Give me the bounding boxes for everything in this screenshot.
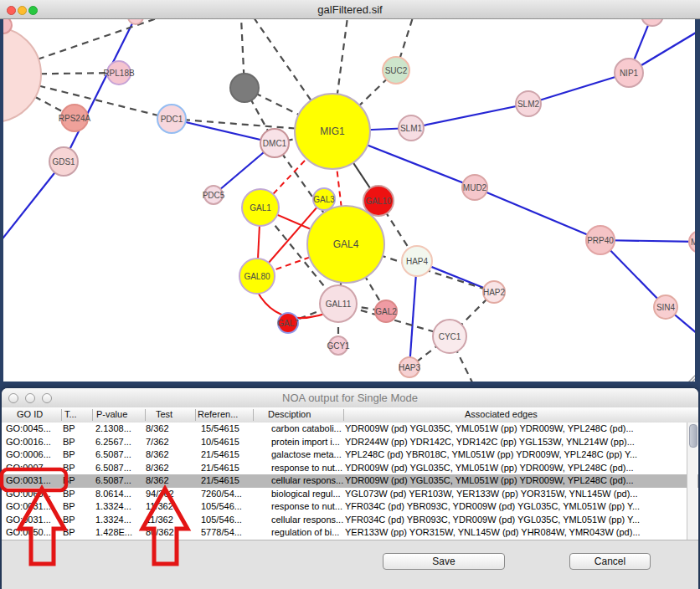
- cell-p_value: 8.0614...: [95, 489, 144, 499]
- cell-assoc: YER133W (pp) YOR315W, YNL145W (pd) YHR08…: [345, 527, 685, 537]
- cell-go_id: GO:0050...: [6, 527, 61, 537]
- cell-description: regulation of bi...: [271, 527, 343, 537]
- cell-reference: 105/546...: [201, 515, 270, 525]
- column-separator[interactable]: [253, 409, 254, 421]
- column-header-referen-[interactable]: Referen...: [198, 409, 238, 419]
- table-row[interactable]: GO:0065...BP8.0614...94/3627260/54...bio…: [2, 488, 698, 501]
- network-canvas[interactable]: RPL18BRPS24AGDS1PDC1DMC1MIG1SUC2SLM1SLM2…: [3, 19, 695, 382]
- save-button[interactable]: Save: [383, 553, 505, 570]
- table-row[interactable]: GO:0016...BP6.2567...7/36210/54615protei…: [2, 436, 698, 449]
- cell-test: 80/362: [146, 527, 199, 537]
- cell-description: response to nut...: [271, 463, 343, 473]
- node-label: GDS1: [52, 157, 75, 166]
- cell-go_id: GO:0031...: [6, 515, 61, 525]
- column-separator[interactable]: [145, 409, 146, 421]
- cell-p_value: 6.5087...: [95, 449, 144, 459]
- noa-window-title: NOA output for Single Mode: [282, 392, 418, 404]
- edge[interactable]: [528, 73, 629, 104]
- noa-titlebar: NOA output for Single Mode: [2, 388, 698, 408]
- cell-go_id: GO:0065...: [6, 489, 61, 499]
- node-label: GAL11: [326, 300, 352, 309]
- table-row[interactable]: GO:0045...BP2.1308...8/36215/54615carbon…: [2, 423, 698, 436]
- table-row[interactable]: GO:0031...BP6.5087...8/36221/54615cellul…: [2, 474, 698, 488]
- column-header-go-id[interactable]: GO ID: [17, 409, 43, 419]
- node-gray1[interactable]: [230, 74, 259, 102]
- table-row[interactable]: GO:0050...BP1.428E...80/3625778/54...reg…: [2, 526, 698, 540]
- noa-footer: Save Cancel: [2, 540, 698, 589]
- table-header: GO IDT...P-valueTestReferen...Desciption…: [2, 407, 698, 423]
- node-label: GAL7: [277, 319, 299, 328]
- cell-description: carbon cataboli...: [271, 423, 343, 433]
- node-label: HAP3: [399, 363, 421, 372]
- edge[interactable]: [64, 19, 136, 161]
- cancel-button[interactable]: Cancel: [569, 553, 651, 570]
- cell-type: BP: [63, 423, 93, 433]
- table-row[interactable]: GO:0006...BP6.5087...8/36221/54615galact…: [2, 448, 698, 462]
- close-button[interactable]: [7, 6, 16, 15]
- cell-assoc: YFR034C (pd) YBR093C, YDR009W (pd) YGL03…: [345, 515, 685, 525]
- node-label: SIN4: [656, 303, 676, 312]
- edge[interactable]: [475, 187, 600, 240]
- cell-p_value: 6.5087...: [95, 475, 144, 485]
- node-label: CYC1: [439, 332, 461, 341]
- node-bigleft[interactable]: [3, 27, 41, 122]
- minimize-button-inactive[interactable]: [25, 393, 35, 403]
- cell-reference: 10/54615: [201, 437, 270, 447]
- minimize-button[interactable]: [18, 6, 27, 15]
- cell-go_id: GO:0031...: [6, 475, 61, 485]
- cell-test: 11/362: [146, 501, 199, 511]
- network-window-titlebar: galFiltered.sif: [0, 0, 700, 19]
- cell-p_value: 2.1308...: [95, 423, 144, 433]
- cell-reference: 15/54615: [201, 423, 270, 433]
- node-label: PDC1: [161, 115, 183, 124]
- column-header-p-value[interactable]: P-value: [96, 409, 127, 419]
- column-separator[interactable]: [61, 409, 62, 421]
- close-button-inactive[interactable]: [8, 393, 18, 403]
- cell-description: protein import i...: [271, 437, 343, 447]
- column-header-associated-edges[interactable]: Associated edges: [465, 409, 538, 419]
- cell-test: 8/362: [146, 475, 199, 485]
- table-row[interactable]: GO:0007...BP6.5087...8/36221/54615respon…: [2, 462, 698, 475]
- node-label: PRP40: [587, 236, 614, 245]
- node-topRight[interactable]: [641, 19, 663, 26]
- cell-type: BP: [63, 475, 93, 485]
- cell-type: BP: [63, 489, 93, 499]
- node-label: DMC1: [263, 139, 287, 148]
- column-header-t-[interactable]: T...: [64, 409, 77, 419]
- node-label: GAL4: [333, 238, 359, 250]
- cell-p_value: 1.3324...: [95, 515, 144, 525]
- cell-description: response to nut...: [271, 501, 343, 511]
- node-label: SUC2: [385, 66, 408, 75]
- edge[interactable]: [409, 261, 417, 367]
- node-label: MSN: [691, 238, 695, 247]
- cell-p_value: 1.3324...: [95, 501, 144, 511]
- cell-reference: 21/54615: [201, 463, 270, 473]
- node-label: MIG1: [320, 125, 345, 137]
- cell-assoc: YDR009W (pd) YGL035C, YML051W (pp) YDR00…: [345, 463, 685, 473]
- cell-assoc: YFR034C (pd) YBR093C, YDR009W (pd) YGL03…: [345, 501, 685, 511]
- edge[interactable]: [411, 104, 528, 128]
- table-body: GO:0045...BP2.1308...8/36215/54615carbon…: [2, 423, 698, 540]
- scrollbar-thumb[interactable]: [689, 424, 697, 448]
- cell-description: biological regul...: [271, 489, 343, 499]
- cell-type: BP: [63, 515, 93, 525]
- node-label: GAL80: [244, 272, 270, 281]
- cell-test: 8/362: [146, 449, 199, 459]
- cell-assoc: YGL073W (pd) YER103W, YER133W (pp) YOR31…: [345, 489, 685, 499]
- table-row[interactable]: GO:0031...BP1.3324...11/362105/546...res…: [2, 500, 698, 514]
- node-label: GAL10: [365, 197, 392, 206]
- node-label: RPL18B: [103, 69, 135, 78]
- column-separator[interactable]: [92, 409, 93, 421]
- cell-type: BP: [63, 437, 93, 447]
- cell-reference: 5778/54...: [201, 527, 270, 537]
- cell-test: 94/362: [146, 489, 199, 499]
- column-separator[interactable]: [343, 409, 344, 421]
- table-row[interactable]: GO:0031...BP1.3324...11/362105/546...cel…: [2, 514, 698, 527]
- column-header-desciption[interactable]: Desciption: [268, 409, 311, 419]
- zoom-button-inactive[interactable]: [42, 393, 52, 403]
- column-header-test[interactable]: Test: [156, 409, 172, 419]
- zoom-button[interactable]: [28, 6, 38, 15]
- cell-type: BP: [63, 527, 93, 537]
- column-separator[interactable]: [195, 409, 196, 421]
- vertical-scrollbar[interactable]: [687, 423, 697, 540]
